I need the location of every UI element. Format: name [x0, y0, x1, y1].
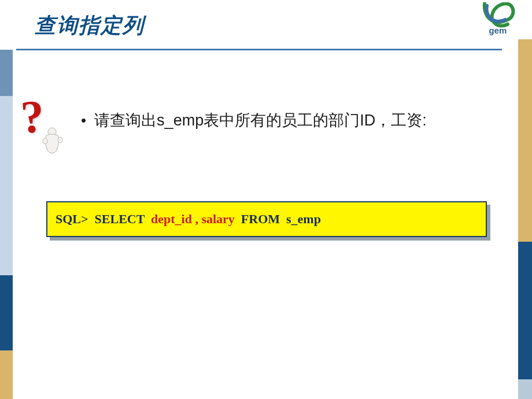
svg-point-2	[58, 137, 62, 143]
bullet-dot: •	[81, 113, 86, 128]
question-text: • 请查询出s_emp表中所有的员工的部门ID，工资:	[81, 110, 509, 131]
gem-logo: gem	[479, 2, 517, 40]
sql-code-box: SQL> SELECT dept_id , salary FROM s_emp	[46, 201, 487, 237]
left-decorative-bar	[0, 50, 13, 399]
sql-columns: dept_id , salary	[151, 212, 235, 227]
right-decorative-bar	[518, 0, 532, 399]
sql-select-keyword: SELECT	[95, 212, 151, 227]
title-underline	[16, 49, 502, 50]
slide-title: 查询指定列	[35, 12, 145, 40]
question-content: 请查询出s_emp表中所有的员工的部门ID，工资:	[94, 110, 427, 131]
question-mark-icon: ?	[21, 97, 72, 155]
sql-prompt: SQL>	[56, 212, 95, 227]
slide: 查询指定列 gem ? • 请查询出s_emp表中所有的员工的部门ID，工资: …	[0, 0, 532, 399]
sql-from-clause: FROM s_emp	[235, 212, 321, 227]
logo-text: gem	[489, 25, 507, 35]
svg-point-1	[43, 138, 47, 144]
person-figure-icon	[40, 127, 66, 154]
